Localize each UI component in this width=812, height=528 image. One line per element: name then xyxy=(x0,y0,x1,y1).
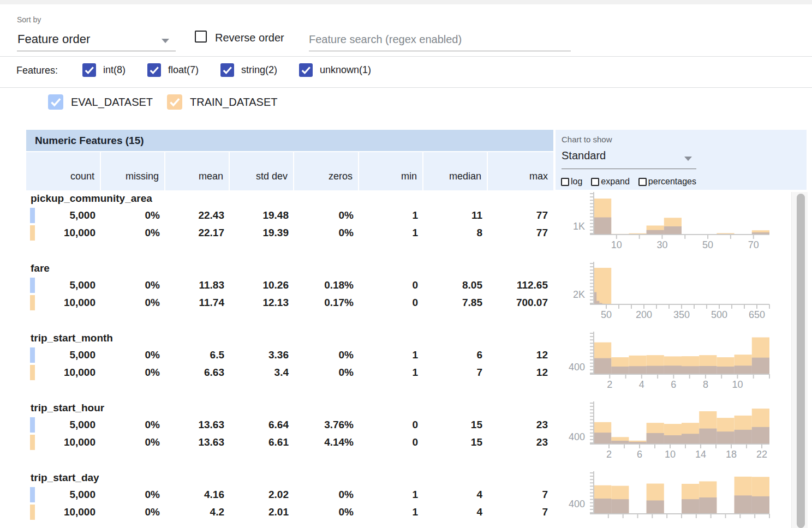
features-filter-label: Features: xyxy=(16,65,58,76)
divider xyxy=(0,87,812,88)
feature-search-input[interactable] xyxy=(309,28,571,51)
stat-value-zeros: 0% xyxy=(294,224,359,242)
svg-text:4: 4 xyxy=(639,379,644,390)
stat-value-missing: 0% xyxy=(101,503,165,521)
svg-text:500: 500 xyxy=(711,309,727,320)
stat-value-std-dev: 12.13 xyxy=(230,294,294,311)
stat-value-count: 5,000 xyxy=(26,416,101,434)
stat-value-missing: 0% xyxy=(101,277,165,294)
dataset-color-swatch xyxy=(30,435,35,450)
stat-row-eval_dataset: 5,0000%13.636.643.76%01523 xyxy=(26,416,553,434)
stat-row-train_dataset: 10,0000%4.22.010%147 xyxy=(26,503,553,521)
checkbox-checked[interactable] xyxy=(147,63,161,77)
feature-type-filter-label: string(2) xyxy=(241,64,277,76)
stat-row-eval_dataset: 5,0000%6.53.360%1612 xyxy=(26,346,553,364)
stat-value-missing: 0% xyxy=(101,346,165,364)
stat-value-mean: 22.43 xyxy=(165,207,230,224)
divider xyxy=(0,56,812,57)
dataset-label: EVAL_DATASET xyxy=(71,96,153,109)
stat-value-median: 15 xyxy=(423,434,488,451)
stat-value-zeros: 0% xyxy=(294,207,359,224)
checkbox-checked[interactable] xyxy=(299,63,313,77)
dataset-toggle-eval_dataset: EVAL_DATASET xyxy=(48,94,153,110)
svg-text:14: 14 xyxy=(695,449,706,460)
checkbox-checked[interactable] xyxy=(48,94,63,110)
sort-by-value: Feature order xyxy=(17,32,90,46)
stat-value-mean: 22.17 xyxy=(165,224,230,242)
feature-type-filter-int: int(8) xyxy=(82,63,126,77)
stat-value-min: 0 xyxy=(359,434,423,451)
stat-value-zeros: 0% xyxy=(294,364,359,381)
stat-value-count: 10,000 xyxy=(26,434,101,451)
checkbox-checked[interactable] xyxy=(82,63,96,77)
svg-text:8: 8 xyxy=(703,379,708,390)
stat-value-min: 0 xyxy=(359,277,423,294)
column-header-mean: mean xyxy=(165,152,230,190)
stat-value-zeros: 3.76% xyxy=(294,416,359,434)
stat-value-median: 8 xyxy=(423,224,488,242)
stat-value-min: 0 xyxy=(359,416,423,434)
stat-value-count: 5,000 xyxy=(26,346,101,364)
numeric-features-header: Numeric Features (15) xyxy=(26,130,553,151)
stat-value-count: 5,000 xyxy=(26,277,101,294)
stat-value-max: 7 xyxy=(488,486,553,503)
feature-type-filter-label: float(7) xyxy=(168,64,199,76)
feature-type-filter-label: unknown(1) xyxy=(320,64,371,76)
reverse-order-checkbox[interactable] xyxy=(195,31,207,43)
sort-by-label: Sort by xyxy=(17,15,41,24)
feature-block-fare: fare5,0000%11.8310.260.18%08.05112.6510,… xyxy=(0,262,553,332)
stat-row-train_dataset: 10,0000%11.7412.130.17%07.85700.07 xyxy=(26,294,553,311)
column-header-min: min xyxy=(359,152,423,190)
stat-value-max: 77 xyxy=(488,207,553,224)
chart-controls-panel: Chart to show Standard logexpandpercenta… xyxy=(556,130,807,190)
histogram-fare: 502003505006502K xyxy=(557,255,775,321)
scrollbar-track[interactable] xyxy=(791,192,808,528)
stat-value-count: 5,000 xyxy=(26,486,101,503)
svg-text:400: 400 xyxy=(569,431,585,442)
svg-text:10: 10 xyxy=(611,239,622,250)
svg-text:1K: 1K xyxy=(573,221,585,232)
sort-by-select[interactable]: Feature order xyxy=(17,29,176,51)
feature-block-trip_start_hour: trip_start_hour5,0000%13.636.643.76%0152… xyxy=(0,402,553,472)
check-icon xyxy=(147,63,161,77)
svg-text:650: 650 xyxy=(749,309,765,320)
stat-value-max: 12 xyxy=(488,364,553,381)
chart-type-value: Standard xyxy=(562,149,606,162)
stat-value-missing: 0% xyxy=(101,486,165,503)
dataset-color-swatch xyxy=(30,417,35,433)
histogram-trip_start_month: 246810400 xyxy=(557,325,775,391)
stat-value-median: 7.85 xyxy=(423,294,488,311)
numeric-features-title: Numeric Features (15) xyxy=(35,130,144,152)
dataset-color-swatch xyxy=(30,295,35,310)
scrollbar-thumb[interactable] xyxy=(797,194,805,528)
stat-value-mean: 6.5 xyxy=(165,346,230,364)
stat-value-mean: 4.2 xyxy=(165,503,230,521)
svg-text:30: 30 xyxy=(656,239,667,250)
chevron-down-icon xyxy=(684,157,692,161)
stat-value-mean: 13.63 xyxy=(165,434,230,451)
dataset-color-swatch xyxy=(30,347,35,363)
stat-row-eval_dataset: 5,0000%4.162.020%147 xyxy=(26,486,553,503)
checkbox-unchecked[interactable] xyxy=(561,178,569,186)
stat-value-std-dev: 6.61 xyxy=(230,434,294,451)
column-header-zeros: zeros xyxy=(294,152,359,190)
stat-value-mean: 11.74 xyxy=(165,294,230,311)
chart-type-select[interactable]: Standard xyxy=(562,148,696,169)
checkbox-checked[interactable] xyxy=(167,94,182,110)
chart-to-show-label: Chart to show xyxy=(562,135,612,144)
feature-name: trip_start_month xyxy=(31,332,113,344)
stat-value-count: 10,000 xyxy=(26,364,101,381)
checkbox-checked[interactable] xyxy=(220,63,234,77)
stat-value-missing: 0% xyxy=(101,416,165,434)
svg-text:2K: 2K xyxy=(573,289,585,300)
dataset-color-swatch xyxy=(30,505,35,520)
feature-block-pickup_community_area: pickup_community_area5,0000%22.4319.480%… xyxy=(0,193,553,262)
stat-value-std-dev: 19.39 xyxy=(230,224,294,242)
stat-value-max: 23 xyxy=(488,434,553,451)
stat-value-std-dev: 10.26 xyxy=(230,277,294,294)
stat-value-min: 1 xyxy=(359,364,423,381)
checkbox-unchecked[interactable] xyxy=(591,178,599,186)
feature-type-filter-label: int(8) xyxy=(103,64,126,76)
checkbox-unchecked[interactable] xyxy=(638,178,647,186)
stat-value-count: 10,000 xyxy=(26,294,101,311)
